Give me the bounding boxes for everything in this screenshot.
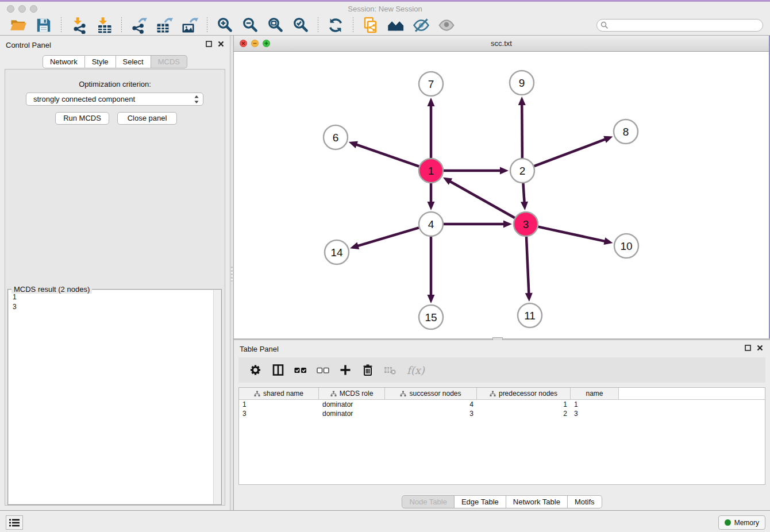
column-header-shared-name[interactable]: shared name — [239, 388, 319, 399]
column-header-predecessor-nodes[interactable]: predecessor nodes — [477, 388, 571, 399]
float-panel-icon[interactable] — [745, 345, 751, 351]
table-panel-title: Table Panel — [240, 345, 279, 353]
graph-node-label-6: 6 — [333, 132, 339, 144]
graph-node-label-2: 2 — [519, 165, 526, 177]
hide-graphics-details-icon[interactable] — [413, 17, 430, 34]
table-tab-motifs[interactable]: Motifs — [568, 495, 602, 508]
search-input[interactable] — [596, 19, 763, 32]
cell-mcds-role[interactable]: dominator — [319, 410, 385, 418]
export-network-icon[interactable] — [130, 17, 148, 34]
graph-edge-4-14[interactable] — [356, 228, 418, 246]
float-panel-icon[interactable] — [206, 41, 212, 47]
zoom-selected-icon[interactable] — [292, 17, 309, 34]
open-session-icon[interactable] — [10, 17, 27, 34]
zoom-out-icon[interactable] — [241, 17, 259, 34]
control-panel: Control Panel NetworkStyleSelectMCDS Opt… — [0, 36, 230, 510]
cell-shared-name[interactable]: 3 — [239, 410, 319, 418]
column-header-successor-nodes[interactable]: successor nodes — [385, 388, 477, 399]
graph-edge-arrowhead — [350, 242, 359, 249]
graph-edge-arrowhead — [349, 141, 358, 148]
close-panel-icon[interactable] — [218, 41, 224, 47]
zoom-fit-icon[interactable] — [267, 17, 284, 34]
list-icon — [9, 519, 20, 527]
cell-shared-name[interactable]: 1 — [239, 400, 319, 408]
cell-name[interactable]: 3 — [571, 410, 619, 418]
export-table-icon[interactable] — [156, 17, 173, 34]
graph-edge-3-11[interactable] — [526, 237, 529, 295]
zoom-in-icon[interactable] — [216, 17, 233, 34]
network-view-window: scc.txt 7968124314101511 — [234, 36, 770, 338]
import-table-icon[interactable] — [95, 17, 113, 34]
graph-node-label-14: 14 — [330, 246, 343, 259]
graph-node-label-11: 11 — [524, 310, 536, 322]
tab-mcds[interactable]: MCDS — [151, 55, 187, 68]
memory-button[interactable]: Memory — [718, 515, 765, 530]
graph-edge-2-8[interactable] — [534, 139, 607, 167]
network-graph[interactable]: 7968124314101511 — [234, 52, 769, 338]
mcds-result-title: MCDS result (2 nodes) — [11, 285, 92, 294]
graph-edge-arrowhead — [428, 295, 435, 303]
graph-edge-arrowhead — [518, 97, 526, 105]
splitter-grip[interactable] — [231, 267, 233, 282]
attribute-icon — [490, 391, 496, 397]
graph-edge-2-9[interactable] — [522, 103, 522, 158]
run-mcds-button[interactable]: Run MCDS — [55, 112, 109, 125]
deselect-all-checkboxes-icon[interactable] — [316, 363, 330, 377]
cell-name[interactable]: 1 — [571, 400, 619, 408]
select-stepper-icon — [194, 95, 199, 104]
table-body: 1dominator4113dominator323 — [239, 400, 765, 418]
column-header-name[interactable]: name — [571, 388, 619, 399]
tab-style[interactable]: Style — [85, 55, 116, 68]
mcds-result-list[interactable]: 13 — [9, 290, 221, 504]
network-window-titlebar[interactable]: scc.txt — [234, 36, 769, 52]
graph-edge-3-1[interactable] — [449, 181, 514, 218]
refresh-layout-icon[interactable] — [327, 17, 344, 34]
graph-edge-1-6[interactable] — [355, 144, 419, 167]
select-all-checkboxes-icon[interactable] — [294, 363, 307, 377]
add-column-icon[interactable] — [338, 363, 352, 377]
delete-column-icon[interactable] — [361, 363, 375, 377]
close-panel-icon[interactable] — [757, 345, 763, 351]
task-history-button[interactable] — [6, 515, 23, 530]
graph-edge-arrowhead — [503, 221, 512, 228]
cell-predecessor-nodes[interactable]: 1 — [477, 400, 571, 408]
graph-edge-arrowhead — [500, 167, 509, 175]
column-header-mcds-role[interactable]: MCDS role — [319, 388, 385, 399]
control-panel-title: Control Panel — [6, 41, 51, 49]
cell-successor-nodes[interactable]: 3 — [385, 410, 477, 418]
network-window-title: scc.txt — [234, 39, 769, 48]
show-column-icon[interactable] — [271, 363, 285, 377]
tab-select[interactable]: Select — [116, 55, 151, 68]
graph-node-label-8: 8 — [623, 126, 629, 138]
vertical-splitter[interactable] — [230, 36, 234, 510]
result-scrollbar[interactable] — [213, 290, 221, 504]
home-icon[interactable] — [387, 17, 405, 34]
table-tab-network-table[interactable]: Network Table — [506, 495, 568, 508]
control-panel-tabs: NetworkStyleSelectMCDS — [0, 55, 230, 68]
save-session-icon[interactable] — [35, 17, 52, 34]
graph-edge-2-3[interactable] — [523, 183, 524, 203]
table-tab-edge-table[interactable]: Edge Table — [455, 495, 506, 508]
cell-mcds-role[interactable]: dominator — [319, 400, 385, 408]
cell-successor-nodes[interactable]: 4 — [385, 400, 477, 408]
table-tab-node-table[interactable]: Node Table — [402, 495, 455, 508]
attribute-icon — [254, 391, 260, 397]
table-toolbar: f(x) — [238, 357, 765, 383]
export-image-icon[interactable] — [181, 17, 198, 34]
table-options-icon[interactable] — [249, 363, 263, 377]
close-panel-button[interactable]: Close panel — [117, 112, 177, 125]
graph-edge-3-10[interactable] — [538, 227, 606, 242]
import-network-icon[interactable] — [70, 17, 87, 34]
cell-predecessor-nodes[interactable]: 2 — [477, 410, 571, 418]
status-bar: Memory — [0, 510, 770, 532]
share-to-ndex-icon[interactable] — [362, 17, 379, 34]
optimization-criterion-label: Optimization criterion: — [5, 80, 225, 88]
tab-network[interactable]: Network — [43, 55, 85, 68]
network-canvas[interactable]: 7968124314101511 — [234, 52, 769, 338]
graph-edge-arrowhead — [428, 98, 435, 106]
criterion-select[interactable]: strongly connected component — [26, 92, 203, 106]
table-row-1[interactable]: 1dominator411 — [239, 400, 765, 409]
app-titlebar: Session: New Session — [0, 0, 770, 15]
search-icon — [600, 21, 609, 29]
table-row-2[interactable]: 3dominator323 — [239, 409, 765, 418]
